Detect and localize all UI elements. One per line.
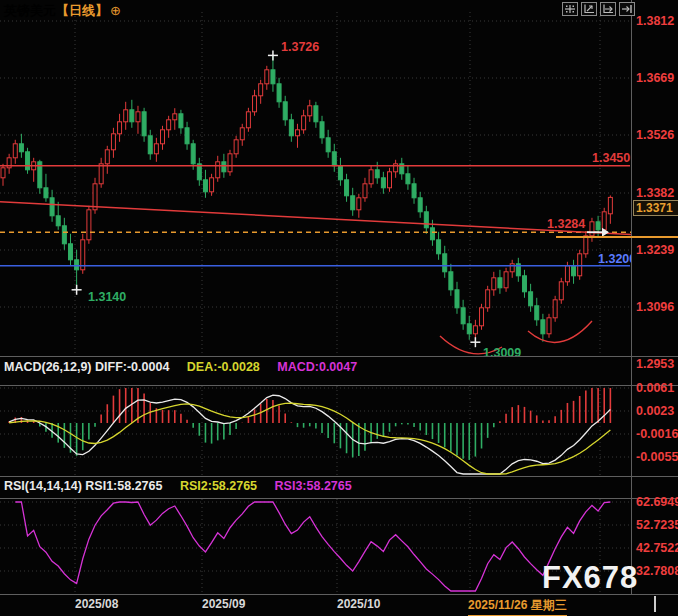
macd-gridlines: [0, 386, 631, 476]
rsi3-value: RSI3:58.2765: [275, 479, 352, 493]
macd-diff-line: [9, 395, 610, 474]
price-axis-tick: 62.6949: [636, 495, 678, 509]
panel-separator: [0, 476, 678, 477]
date-axis-label: 2025/10: [337, 597, 380, 611]
main-chart-canvas[interactable]: 1.34501.32841.32001.37261.31401.3009: [0, 0, 632, 356]
macd-dea-value: DEA:-0.0028: [187, 360, 260, 374]
macd-macd-value: MACD:0.0047: [277, 360, 357, 374]
jump-to-latest-icon[interactable]: [619, 2, 635, 16]
rsi-title-and-rsi1: RSI(14,14,14) RSI1:58.2765: [4, 479, 162, 493]
price-axis-tick: 1.3382: [636, 186, 674, 200]
panel-separator: [0, 385, 678, 386]
price-axis-tick: 1.3096: [636, 300, 674, 314]
price-axis-tick: 1.3669: [636, 71, 674, 85]
price-axis-tick: 1.3526: [636, 128, 674, 142]
price-axis-tick: 0.0023: [636, 404, 674, 418]
rsi-line: [15, 502, 610, 591]
rsi-panel-canvas[interactable]: [0, 499, 632, 594]
rsi2-value: RSI2:58.2765: [180, 479, 257, 493]
date-axis-label: 2025/09: [202, 597, 245, 611]
price-axis-tick: 52.7235: [636, 518, 678, 532]
price-axis-tick: 1.3239: [636, 243, 674, 257]
svg-text:1.3009: 1.3009: [483, 346, 521, 356]
price-axis-tick: 1.2953: [636, 357, 674, 371]
symbol-name: 英镑美元: [4, 3, 56, 18]
price-axis-tick: -0.0016: [636, 427, 678, 441]
move-crosshair-icon[interactable]: [562, 2, 578, 16]
svg-text:1.3140: 1.3140: [88, 290, 126, 304]
svg-text:1.3450: 1.3450: [592, 151, 630, 165]
chart-application: 1.34501.32841.32001.37261.31401.3009 英镑美…: [0, 0, 678, 616]
rsi-gridlines: [0, 499, 631, 594]
date-axis-label: 2025/08: [75, 597, 118, 611]
price-axis-tick: 1.3812: [636, 14, 674, 28]
last-price-badge: 1.3371: [633, 200, 678, 216]
rsi-indicator-labels[interactable]: RSI(14,14,14) RSI1:58.2765 RSI2:58.2765 …: [4, 479, 352, 493]
watermark: FX678: [542, 560, 638, 596]
svg-text:1.3284: 1.3284: [547, 217, 585, 231]
period-label: 【日线】: [56, 3, 108, 18]
svg-text:1.3200: 1.3200: [598, 252, 632, 266]
circled-plus-icon[interactable]: ⊕: [110, 3, 121, 18]
price-axis-line: [631, 0, 632, 594]
axis-autoscale-vertical-icon[interactable]: [581, 2, 597, 16]
drawn-annotations: 1.37261.31401.3009: [72, 40, 609, 356]
macd-panel-canvas[interactable]: [0, 386, 632, 476]
macd-dea-line: [9, 403, 610, 474]
resistance-line-extension: [556, 236, 678, 238]
price-axis-tick: 32.7808: [636, 564, 678, 578]
price-axis-tick: -0.0055: [636, 450, 678, 464]
price-axis-tick: 0.0061: [636, 381, 674, 395]
current-date-label: 2025/11/26 星期三: [468, 597, 567, 616]
macd-title-and-diff: MACD(26,12,9) DIFF:-0.0004: [4, 360, 169, 374]
axis-autoscale-horizontal-icon[interactable]: [600, 2, 616, 16]
time-axis-cursor: [654, 596, 656, 612]
chart-toolbar: [562, 2, 635, 16]
macd-indicator-labels[interactable]: MACD(26,12,9) DIFF:-0.0004 DEA:-0.0028 M…: [4, 360, 357, 374]
price-axis-tick: 42.7522: [636, 541, 678, 555]
chart-title: 英镑美元【日线】⊕: [4, 2, 121, 20]
macd-histogram: [9, 388, 610, 460]
svg-text:1.3726: 1.3726: [281, 40, 319, 54]
panel-separator: [0, 498, 678, 499]
panel-separator: [0, 356, 678, 357]
